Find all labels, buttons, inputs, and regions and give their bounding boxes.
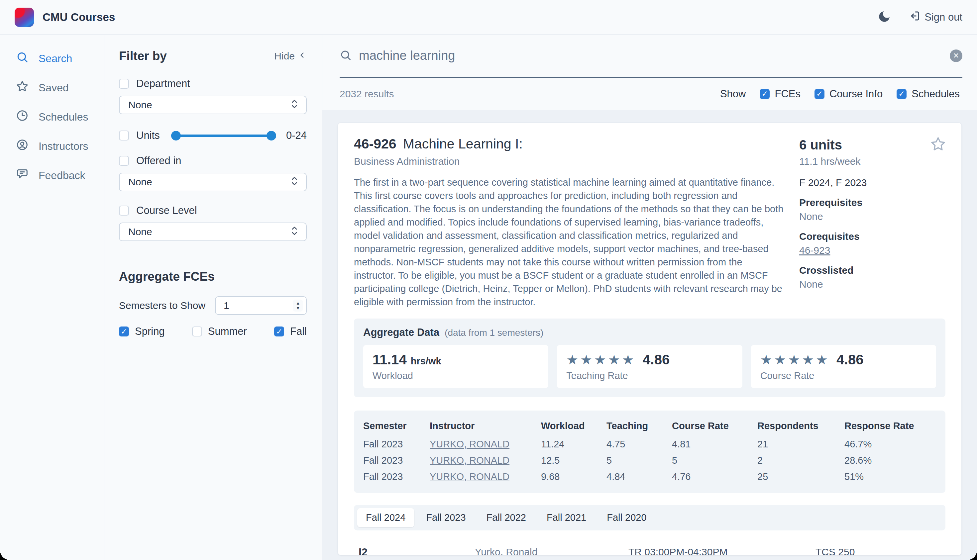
department-checkbox[interactable] <box>119 79 129 89</box>
season-checkboxes: Spring Summer Fall <box>119 325 307 337</box>
sidebar-item-search[interactable]: Search <box>0 44 104 73</box>
tab-fall-2022[interactable]: Fall 2022 <box>478 508 535 527</box>
instructor-link[interactable]: YURKO, RONALD <box>430 455 509 466</box>
course-info-checkbox[interactable] <box>815 89 825 99</box>
course-level-select[interactable]: None <box>119 223 307 241</box>
units-checkbox[interactable] <box>119 130 129 140</box>
teaching-rate-card: ★★★★★ 4.86 Teaching Rate <box>557 345 742 388</box>
filter-title: Filter by <box>119 49 167 63</box>
fall-checkbox[interactable] <box>274 327 284 337</box>
schedule-row: I2 Yurko, Ronald TR 03:00PM-04:30PM TCS … <box>354 543 945 555</box>
spring-checkbox[interactable] <box>119 327 129 337</box>
aggregate-data-title: Aggregate Data <box>363 327 439 338</box>
table-row: Fall 2023 YURKO, RONALD 11.24 4.75 4.81 … <box>363 436 936 452</box>
prerequisites-value: None <box>799 211 945 222</box>
filter-offered-in: Offered in None <box>119 155 307 191</box>
select-chevrons-icon <box>290 225 299 238</box>
crosslisted-value: None <box>799 279 945 290</box>
stepper-down-icon[interactable]: ▼ <box>296 306 300 310</box>
dark-mode-toggle[interactable] <box>877 10 891 25</box>
results-count: 2032 results <box>340 88 394 100</box>
offered-in-select[interactable]: None <box>119 173 307 191</box>
tab-fall-2024[interactable]: Fall 2024 <box>357 508 414 527</box>
results-bar: 2032 results Show FCEs Course Info Sched… <box>322 78 977 110</box>
search-icon <box>16 51 28 66</box>
show-fces-toggle[interactable]: FCEs <box>760 88 800 100</box>
sign-out-icon <box>909 10 920 25</box>
tab-fall-2020[interactable]: Fall 2020 <box>598 508 655 527</box>
instructor-link[interactable]: YURKO, RONALD <box>430 439 509 449</box>
filter-department: Department None <box>119 78 307 114</box>
course-info-panel: 6 units 11.1 hrs/week F 2024, F 2023 Pre… <box>799 136 945 308</box>
slider-handle-max[interactable] <box>267 131 276 140</box>
units-range-label: 0-24 <box>286 130 307 142</box>
hide-filters-button[interactable]: Hide <box>274 50 307 62</box>
sidebar-item-schedules[interactable]: Schedules <box>0 102 104 132</box>
corequisite-link[interactable]: 46-923 <box>799 245 830 256</box>
units-range-slider[interactable] <box>171 130 276 140</box>
star-rating-icons: ★★★★★ <box>566 352 636 367</box>
star-rating-icons: ★★★★★ <box>760 352 830 367</box>
course-card: 46-926 Machine Learning I: Business Admi… <box>337 123 962 555</box>
clear-search-button[interactable]: ✕ <box>950 50 962 62</box>
course-rate-card: ★★★★★ 4.86 Course Rate <box>751 345 936 388</box>
stepper-up-icon[interactable]: ▲ <box>296 301 300 305</box>
feedback-icon <box>16 168 28 183</box>
course-units: 6 units <box>799 138 945 152</box>
sidebar: Search Saved Schedules Instructors Feedb… <box>0 35 104 560</box>
sidebar-item-instructors[interactable]: Instructors <box>0 132 104 161</box>
course-hours: 11.1 hrs/week <box>799 156 945 167</box>
season-fall[interactable]: Fall <box>274 325 307 337</box>
star-icon <box>16 80 28 95</box>
fce-table-section: Semester Instructor Workload Teaching Co… <box>354 410 945 493</box>
sidebar-item-saved[interactable]: Saved <box>0 73 104 102</box>
select-chevrons-icon <box>290 98 299 112</box>
top-navbar: CMU Courses Sign out <box>0 0 977 35</box>
instructor-link[interactable]: YURKO, RONALD <box>430 471 509 482</box>
show-course-info-toggle[interactable]: Course Info <box>815 88 883 100</box>
course-department: Business Administration <box>354 156 784 167</box>
filter-panel: Filter by Hide Department None Units <box>104 35 322 560</box>
sidebar-item-feedback[interactable]: Feedback <box>0 161 104 190</box>
show-schedules-toggle[interactable]: Schedules <box>897 88 960 100</box>
instructor-link[interactable]: Yurko, Ronald <box>475 547 537 555</box>
chevron-left-icon <box>298 50 307 62</box>
summer-checkbox[interactable] <box>192 327 202 337</box>
aggregate-data-section: Aggregate Data (data from 1 semesters) 1… <box>354 318 945 397</box>
fce-table: Semester Instructor Workload Teaching Co… <box>363 419 936 485</box>
season-summer[interactable]: Summer <box>192 325 247 337</box>
slider-handle-min[interactable] <box>171 131 181 140</box>
main-content: ✕ 2032 results Show FCEs Course Info <box>322 35 977 560</box>
close-icon: ✕ <box>953 52 959 60</box>
results-area: 46-926 Machine Learning I: Business Admi… <box>322 110 977 560</box>
table-row: Fall 2023 YURKO, RONALD 12.5 5 5 2 28.6% <box>363 452 936 469</box>
tab-fall-2021[interactable]: Fall 2021 <box>538 508 595 527</box>
semesters-to-show: Semesters to Show 1 ▲▼ <box>119 296 307 315</box>
filter-course-level: Course Level None <box>119 205 307 241</box>
sign-out-button[interactable]: Sign out <box>909 10 962 25</box>
semesters-to-show-input[interactable]: 1 ▲▼ <box>215 296 307 315</box>
aggregate-data-note: (data from 1 semesters) <box>445 327 543 338</box>
number-stepper[interactable]: ▲▼ <box>293 300 303 312</box>
user-icon <box>16 138 28 154</box>
workload-card: 11.14 hrs/wk Workload <box>363 345 548 388</box>
search-bar: ✕ <box>340 35 962 78</box>
app-title: CMU Courses <box>43 11 115 23</box>
season-spring[interactable]: Spring <box>119 325 165 337</box>
show-toggles: Show FCEs Course Info Schedules <box>720 88 960 100</box>
course-level-checkbox[interactable] <box>119 206 129 215</box>
tab-fall-2023[interactable]: Fall 2023 <box>418 508 474 527</box>
filter-units: Units 0-24 <box>119 130 307 142</box>
clock-icon <box>16 109 28 125</box>
search-input[interactable] <box>359 48 942 63</box>
semester-tabs: Fall 2024 Fall 2023 Fall 2022 Fall 2021 … <box>354 505 945 530</box>
department-select[interactable]: None <box>119 96 307 114</box>
schedule-list: I2 Yurko, Ronald TR 03:00PM-04:30PM TCS … <box>354 543 945 555</box>
brand: CMU Courses <box>15 8 115 27</box>
fces-checkbox[interactable] <box>760 89 770 99</box>
save-course-button[interactable] <box>930 136 946 153</box>
schedules-checkbox[interactable] <box>897 89 907 99</box>
table-row: Fall 2023 YURKO, RONALD 9.68 4.84 4.76 2… <box>363 469 936 485</box>
offered-in-checkbox[interactable] <box>119 156 129 166</box>
course-code: 46-926 <box>354 136 396 152</box>
